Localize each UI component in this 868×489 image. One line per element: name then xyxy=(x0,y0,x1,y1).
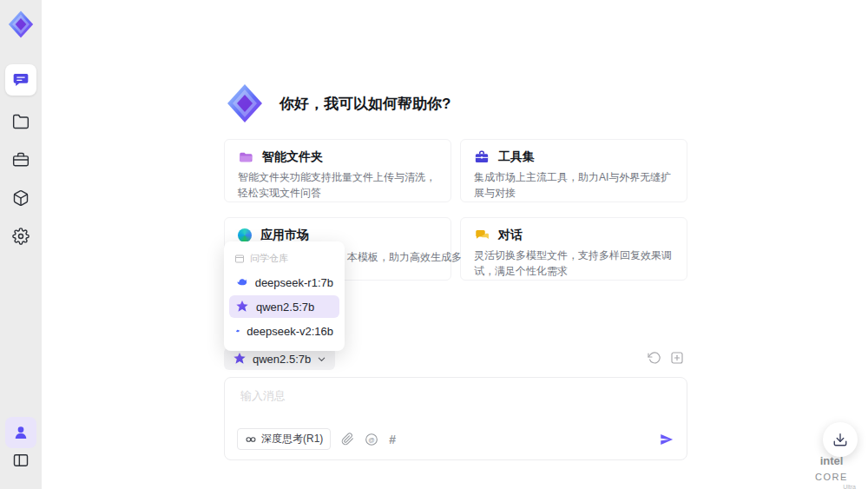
card-smart-folder[interactable]: 智能文件夹 智能文件夹功能支持批量文件上传与清洗，轻松实现文件问答 xyxy=(224,139,451,202)
greeting-row: 你好，我可以如何帮助你? xyxy=(224,83,450,124)
model-option-deepseek-r1[interactable]: deepseek-r1:7b xyxy=(229,271,339,294)
history-icon[interactable] xyxy=(648,351,661,365)
greeting-logo xyxy=(224,83,266,124)
download-button[interactable] xyxy=(823,422,858,457)
sidebar xyxy=(0,0,42,489)
chat-icon xyxy=(12,71,30,89)
new-chat-icon[interactable] xyxy=(670,351,684,365)
send-button[interactable] xyxy=(659,432,674,447)
deepseek-whale-icon xyxy=(235,275,248,289)
model-option-qwen[interactable]: qwen2.5:7b xyxy=(229,295,339,318)
model-dropdown-header-label: 问学仓库 xyxy=(250,252,288,265)
sidebar-item-models[interactable] xyxy=(5,182,36,214)
deep-think-label: 深度思考(R1) xyxy=(261,432,323,446)
model-dropdown: 问学仓库 deepseek-r1:7b qwen2.5:7b deepseek-… xyxy=(224,241,345,351)
card-desc: 智能文件夹功能支持批量文件上传与清洗，轻松实现文件问答 xyxy=(238,169,437,201)
user-icon xyxy=(12,424,30,441)
infinity-icon xyxy=(245,433,257,446)
card-title: 对话 xyxy=(498,228,523,243)
card-title: 工具集 xyxy=(498,149,535,165)
chat-yellow-icon xyxy=(474,228,490,243)
card-desc: 集成市场上主流工具，助力AI与外界无缝扩展与对接 xyxy=(474,169,674,201)
folder-icon xyxy=(12,113,30,130)
sidebar-item-folders[interactable] xyxy=(5,106,36,137)
qwen-star-icon xyxy=(233,352,247,366)
card-toolset[interactable]: 工具集 集成市场上主流工具，助力AI与外界无缝扩展与对接 xyxy=(460,139,687,202)
chevron-down-icon xyxy=(317,354,326,364)
app-logo xyxy=(6,10,36,39)
core-wordmark: CORE xyxy=(815,472,848,482)
model-option-label: deepseek-v2:16b xyxy=(247,325,333,338)
gear-icon xyxy=(12,228,30,245)
intel-core-badge: intel CORE Ultra xyxy=(802,453,861,489)
deepseek-whale-icon xyxy=(235,324,240,338)
gem-logo-icon xyxy=(6,10,36,39)
sidebar-item-toolbox[interactable] xyxy=(5,144,36,175)
card-desc: 灵活切换多模型文件，支持多样回复效果调试，满足个性化需求 xyxy=(474,248,674,279)
gem-logo-icon xyxy=(224,83,266,124)
card-title: 智能文件夹 xyxy=(262,149,323,165)
sidebar-item-chat[interactable] xyxy=(5,64,36,96)
download-icon xyxy=(832,432,848,447)
sidebar-item-settings[interactable] xyxy=(5,221,36,252)
repo-icon xyxy=(234,254,245,264)
briefcase-icon xyxy=(12,151,30,169)
panel-icon xyxy=(12,452,30,469)
chat-tools xyxy=(648,351,684,365)
model-option-label: deepseek-r1:7b xyxy=(255,276,333,289)
tier-label: Ultra xyxy=(802,484,861,489)
briefcase-indigo-icon xyxy=(474,149,490,165)
svg-text:@: @ xyxy=(369,435,375,443)
folder-purple-icon xyxy=(238,149,253,165)
market-globe-icon xyxy=(238,228,252,242)
message-input[interactable] xyxy=(239,388,650,403)
card-dialogue[interactable]: 对话 灵活切换多模型文件，支持多样回复效果调试，满足个性化需求 xyxy=(460,217,687,281)
qwen-star-icon xyxy=(235,300,249,314)
intel-wordmark: intel xyxy=(820,454,844,467)
greeting-text: 你好，我可以如何帮助你? xyxy=(279,94,450,114)
card-desc-fragment: 本模板，助力高效生成多 xyxy=(347,250,462,265)
model-option-deepseek-v2[interactable]: deepseek-v2:16b xyxy=(229,320,339,342)
model-option-label: qwen2.5:7b xyxy=(256,301,314,314)
composer-toolbar: 深度思考(R1) @ # xyxy=(237,428,674,450)
model-dropdown-header: 问学仓库 xyxy=(224,246,345,269)
sidebar-item-panel-toggle[interactable] xyxy=(5,445,36,476)
composer: 深度思考(R1) @ # xyxy=(224,377,687,460)
send-icon xyxy=(659,432,674,447)
at-circle-icon[interactable]: @ xyxy=(365,433,378,446)
hash-icon[interactable]: # xyxy=(389,433,396,446)
deep-think-toggle[interactable]: 深度思考(R1) xyxy=(237,428,331,450)
cube-icon xyxy=(12,189,30,207)
model-selector-label: qwen2.5:7b xyxy=(253,353,311,366)
paperclip-icon[interactable] xyxy=(341,433,354,446)
sidebar-item-profile[interactable] xyxy=(5,417,36,448)
